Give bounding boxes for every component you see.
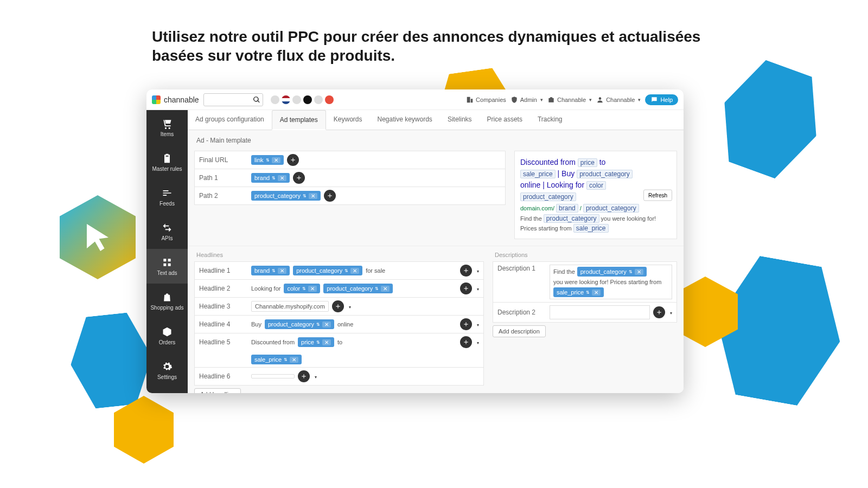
token-color[interactable]: color⇅✕ — [284, 284, 320, 293]
sidebar-item-shopping-ads[interactable]: Shopping ads — [146, 284, 188, 318]
sort-icon[interactable]: ⇅ — [303, 194, 307, 198]
tabs: Ad groups configuration Ad templates Key… — [188, 110, 684, 130]
add-token-button[interactable]: ＋ — [324, 190, 336, 202]
tab-sitelinks[interactable]: Sitelinks — [440, 110, 480, 130]
add-token-button[interactable]: ＋ — [653, 306, 665, 318]
token-product-category[interactable]: product_category⇅✕ — [323, 284, 393, 293]
add-headline-button[interactable]: Add headline — [194, 388, 241, 393]
add-token-button[interactable]: ＋ — [460, 282, 472, 294]
add-token-button[interactable]: ＋ — [287, 154, 299, 166]
token-product-category[interactable]: product_category⇅✕ — [293, 266, 362, 275]
topbar: channable Companies Admin Channable Chan… — [146, 89, 684, 110]
sidebar-item-apis[interactable]: APIs — [146, 214, 188, 249]
user-icon — [596, 96, 604, 104]
headline-6-input[interactable] — [251, 374, 295, 378]
token-sale-price[interactable]: sale_price⇅✕ — [251, 355, 302, 364]
brand-name: channable — [164, 95, 199, 104]
add-token-button[interactable]: ＋ — [460, 318, 472, 330]
gear-icon — [162, 361, 173, 372]
dot-icon — [314, 95, 323, 104]
tab-neg-keywords[interactable]: Negative keywords — [369, 110, 439, 130]
sidebar-item-master-rules[interactable]: Master rules — [146, 145, 188, 179]
add-token-button[interactable]: ＋ — [332, 300, 344, 312]
ad-preview: Refresh Discounted from price to sale_pr… — [514, 151, 677, 239]
clipboard-icon — [162, 153, 173, 164]
token-link[interactable]: link⇅✕ — [251, 155, 284, 165]
shield-icon — [510, 96, 518, 104]
headlines-label: Headlines — [194, 246, 484, 261]
text-ads-icon — [162, 257, 173, 268]
preview-desc: Find the product_category you were looki… — [520, 214, 671, 233]
description-1-input[interactable]: Find the product_category⇅✕ you were loo… — [550, 265, 672, 299]
help-button[interactable]: Help — [645, 94, 678, 105]
sidebar-item-orders[interactable]: Orders — [146, 318, 188, 353]
brand-logo-icon — [152, 95, 161, 104]
token-sale-price[interactable]: sale_price⇅✕ — [553, 287, 604, 297]
decorative-hexagon — [66, 311, 157, 411]
app-window: channable Companies Admin Channable Chan… — [146, 89, 684, 393]
sort-icon[interactable]: ⇅ — [272, 176, 276, 181]
sidebar: Items Master rules Feeds APIs Text ads S… — [146, 110, 188, 393]
descriptions-label: Descriptions — [493, 246, 677, 261]
sliders-icon — [162, 188, 173, 198]
token-price[interactable]: price⇅✕ — [298, 337, 334, 347]
search-input[interactable] — [203, 93, 263, 106]
bag-icon — [162, 292, 173, 303]
sidebar-item-feeds[interactable]: Feeds — [146, 179, 188, 214]
add-token-button[interactable]: ＋ — [460, 336, 472, 348]
headline-3-input[interactable]: Channable.myshopify.com — [251, 301, 329, 312]
add-token-button[interactable]: ＋ — [298, 370, 310, 382]
token-brand[interactable]: brand⇅✕ — [251, 173, 290, 183]
tab-tracking[interactable]: Tracking — [530, 110, 570, 130]
decorative-hexagon — [706, 52, 835, 187]
description-2-input[interactable] — [550, 305, 650, 319]
ad-title: Ad - Main template — [188, 130, 684, 151]
tab-price-assets[interactable]: Price assets — [480, 110, 530, 130]
arrows-icon — [162, 222, 173, 233]
brand: channable — [152, 95, 199, 104]
token-brand[interactable]: brand⇅✕ — [251, 266, 290, 275]
remove-icon[interactable]: ✕ — [272, 157, 280, 163]
flag-nl-icon — [282, 95, 290, 104]
path1-row: Path 1 brand⇅✕ ＋ — [194, 169, 506, 187]
hero-title: Utilisez notre outil PPC pour créer des … — [152, 27, 716, 65]
tab-keywords[interactable]: Keywords — [326, 110, 370, 130]
remove-icon[interactable]: ✕ — [309, 193, 317, 199]
token-product-category[interactable]: product_category⇅✕ — [265, 319, 334, 329]
org-menu[interactable]: Channable — [547, 96, 592, 104]
sidebar-item-items[interactable]: Items — [146, 110, 188, 145]
building-icon — [466, 96, 474, 104]
sort-icon[interactable]: ⇅ — [266, 158, 270, 163]
tab-ad-groups[interactable]: Ad groups configuration — [188, 110, 272, 130]
sidebar-item-settings[interactable]: Settings — [146, 353, 188, 388]
final-url-row: Final URL link⇅✕ ＋ — [194, 151, 506, 169]
companies-link[interactable]: Companies — [466, 96, 506, 104]
sidebar-item-text-ads[interactable]: Text ads — [146, 249, 188, 284]
preview-url: domain.com/ brand / product_category — [520, 204, 671, 212]
tab-ad-templates[interactable]: Ad templates — [272, 110, 326, 130]
cart-icon — [162, 118, 173, 129]
user-menu[interactable]: Channable — [596, 96, 641, 104]
search-icon — [253, 96, 260, 104]
token-product-category[interactable]: product_category⇅✕ — [251, 191, 321, 201]
add-token-button[interactable]: ＋ — [293, 172, 305, 184]
chat-icon — [650, 96, 658, 104]
dot-icon — [271, 95, 279, 104]
token-product-category[interactable]: product_category⇅✕ — [577, 267, 647, 277]
briefcase-icon — [547, 96, 555, 104]
decorative-hexagon — [114, 396, 174, 464]
add-description-button[interactable]: Add description — [493, 325, 546, 337]
add-token-button[interactable]: ＋ — [460, 265, 472, 277]
cursor-hexagon-icon — [60, 195, 136, 279]
dot-icon — [292, 95, 301, 104]
refresh-button[interactable]: Refresh — [643, 189, 672, 201]
remove-icon[interactable]: ✕ — [278, 175, 286, 181]
admin-menu[interactable]: Admin — [510, 96, 543, 104]
phone-dot-icon[interactable] — [325, 95, 334, 104]
path2-row: Path 2 product_category⇅✕ ＋ — [194, 187, 506, 205]
locale-dots — [271, 95, 334, 104]
box-icon — [162, 326, 173, 337]
main-panel: Ad groups configuration Ad templates Key… — [188, 110, 684, 393]
dot-icon — [303, 95, 312, 104]
